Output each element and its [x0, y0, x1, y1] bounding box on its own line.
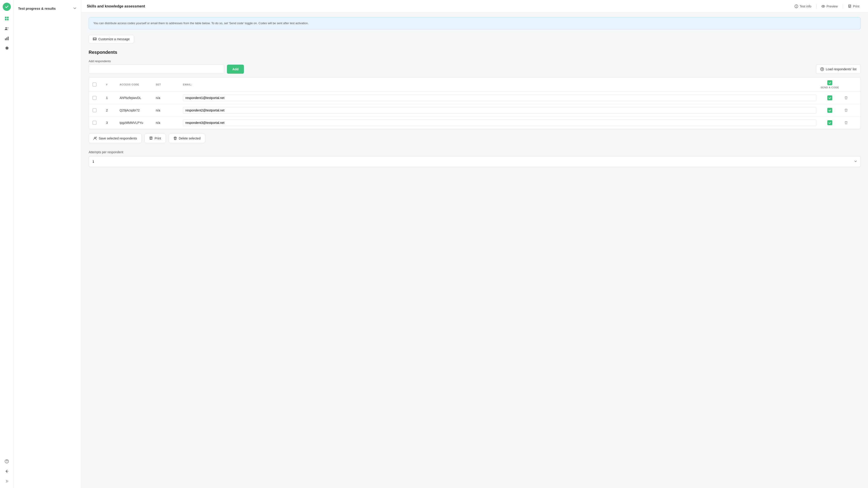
svg-rect-6	[5, 38, 6, 40]
left-panel: Test progress & results	[13, 0, 81, 488]
svg-point-12	[796, 5, 797, 6]
select-all-checkbox[interactable]	[92, 83, 96, 87]
row2-send-code-cell[interactable]	[816, 108, 843, 113]
nav-back-icon[interactable]	[3, 467, 11, 475]
save-selected-button[interactable]: Save selected respondents	[89, 133, 142, 143]
collapse-sidebar-btn[interactable]	[3, 477, 11, 485]
eye-icon	[822, 4, 825, 8]
load-respondents-button[interactable]: Load respondents' list	[816, 65, 861, 74]
print-icon	[149, 136, 153, 140]
printer-icon	[848, 4, 851, 8]
row1-send-code-cell[interactable]	[816, 95, 843, 100]
add-respondents-label: Add respondents	[89, 59, 861, 63]
divider	[816, 4, 816, 8]
row2-checkbox[interactable]	[92, 108, 96, 112]
top-bar-actions: Test info Preview	[792, 3, 863, 10]
table-header: # ACCESS CODE SET EMAIL: SEND A CODE	[89, 78, 861, 92]
row1-delete-cell[interactable]	[843, 95, 857, 100]
row1-email-input[interactable]	[183, 94, 816, 101]
row3-id: 3	[106, 121, 120, 125]
nav-users-icon[interactable]	[3, 24, 11, 33]
send-code-all-checkbox[interactable]	[827, 80, 832, 85]
nav-chart-icon[interactable]	[3, 34, 11, 42]
row3-set: n/a	[156, 121, 183, 125]
row2-delete-cell[interactable]	[843, 108, 857, 113]
check-icon	[828, 121, 831, 124]
left-panel-header[interactable]: Test progress & results	[13, 4, 81, 13]
nav-help-icon[interactable]	[3, 457, 11, 465]
svg-point-20	[94, 137, 96, 139]
nav-grid-icon[interactable]	[3, 14, 11, 23]
trash-icon	[844, 121, 848, 125]
table-row: 3 tpgzMMMVLPYu n/a	[89, 117, 861, 129]
customize-message-button[interactable]: Customize a message	[89, 35, 134, 43]
add-button[interactable]: Add	[227, 65, 244, 74]
row3-email-input[interactable]	[183, 119, 816, 126]
svg-rect-0	[5, 17, 6, 18]
svg-point-14	[823, 6, 824, 7]
save-user-icon	[93, 136, 97, 140]
respondents-section: Respondents Add respondents Add Load res…	[89, 50, 861, 167]
svg-point-10	[6, 462, 7, 463]
preview-button[interactable]: Preview	[818, 3, 841, 10]
check-icon	[828, 81, 831, 84]
message-icon	[93, 37, 96, 41]
row2-checkbox-cell[interactable]	[92, 108, 106, 112]
content-area: You can distribute access codes yourself…	[81, 17, 868, 174]
row2-email-input[interactable]	[183, 107, 816, 114]
svg-point-5	[7, 27, 8, 29]
trash-icon	[844, 109, 848, 112]
main-content: Skills and knowledge assessment Test inf…	[81, 0, 868, 488]
svg-rect-7	[6, 37, 7, 40]
row3-delete-button[interactable]	[843, 120, 849, 125]
svg-rect-8	[8, 37, 8, 40]
left-panel-title: Test progress & results	[18, 6, 56, 10]
row2-email-cell[interactable]	[183, 107, 816, 114]
print-selected-button[interactable]: Print	[145, 133, 166, 143]
check-icon	[828, 109, 831, 112]
icon-sidebar	[0, 0, 13, 488]
row3-send-code-checkbox[interactable]	[827, 120, 832, 125]
table-row: 2 Q29jAcspbr72 n/a	[89, 104, 861, 117]
row1-checkbox-cell[interactable]	[92, 96, 106, 100]
logo-icon[interactable]	[3, 3, 11, 11]
test-info-button[interactable]: Test info	[792, 3, 814, 10]
bottom-nav-icons	[3, 457, 11, 485]
delete-selected-button[interactable]: Delete selected	[168, 133, 206, 143]
row3-checkbox[interactable]	[92, 121, 96, 125]
check-icon	[828, 96, 831, 99]
print-button[interactable]: Print	[845, 3, 863, 10]
col-hash: #	[106, 83, 120, 86]
respondents-table: # ACCESS CODE SET EMAIL: SEND A CODE	[89, 77, 861, 129]
attempts-select[interactable]: 1 2 3 Unlimited	[89, 156, 861, 167]
attempts-select-wrapper: 1 2 3 Unlimited	[89, 156, 861, 167]
row2-send-code-checkbox[interactable]	[827, 108, 832, 113]
row2-delete-button[interactable]	[843, 108, 849, 113]
select-all-cell[interactable]	[92, 83, 106, 87]
row3-delete-cell[interactable]	[843, 120, 857, 125]
add-respondents-input[interactable]	[89, 65, 224, 74]
trash-icon	[844, 96, 848, 100]
col-email: EMAIL:	[183, 83, 816, 86]
row1-email-cell[interactable]	[183, 94, 816, 101]
svg-point-4	[5, 27, 7, 29]
row3-checkbox-cell[interactable]	[92, 121, 106, 125]
row1-delete-button[interactable]	[843, 95, 849, 100]
row3-email-cell[interactable]	[183, 119, 816, 126]
chevron-down-icon	[73, 6, 76, 11]
respondents-title: Respondents	[89, 50, 861, 55]
nav-settings-icon[interactable]	[3, 44, 11, 53]
info-icon	[795, 4, 798, 8]
divider	[843, 4, 843, 8]
attempts-section: Attempts per respondent 1 2 3 Unlimited	[89, 150, 861, 167]
row2-id: 2	[106, 109, 120, 112]
attempts-label: Attempts per respondent	[89, 150, 861, 154]
row1-access-code: AhPbzfepwvDL	[120, 96, 156, 100]
load-icon	[820, 67, 824, 71]
row1-checkbox[interactable]	[92, 96, 96, 100]
row1-send-code-checkbox[interactable]	[827, 95, 832, 100]
row1-id: 1	[106, 96, 120, 100]
row3-send-code-cell[interactable]	[816, 120, 843, 125]
row2-access-code: Q29jAcspbr72	[120, 109, 156, 112]
row3-access-code: tpgzMMMVLPYu	[120, 121, 156, 125]
